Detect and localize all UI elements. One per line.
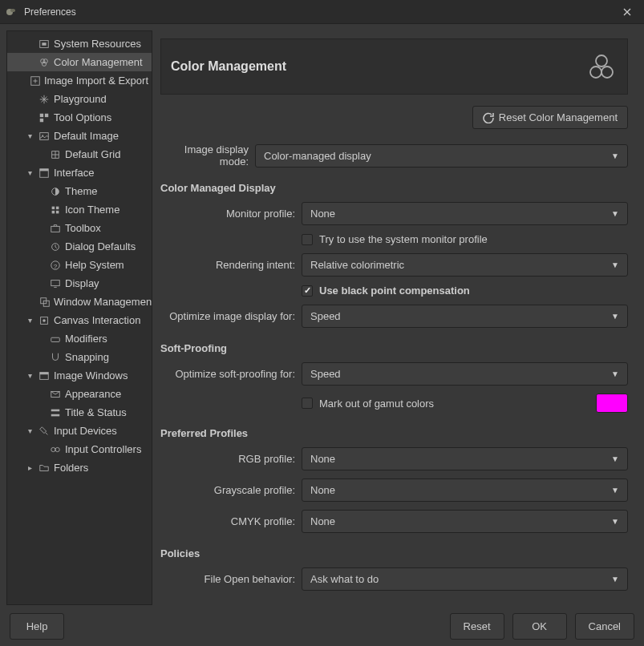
cmyk-profile-value: None [310,515,335,527]
section-heading-preferred-profiles: Preferred Profiles [160,427,628,439]
sidebar-item-label: Snapping [65,351,109,363]
sidebar-item-label: Image Import & Export [44,75,148,87]
sidebar-item-appearance[interactable]: Appearance [7,385,152,403]
svg-rect-21 [56,210,59,213]
mark-gamut-checkbox[interactable] [302,398,313,409]
color-management-header-icon [585,50,618,83]
image-display-mode-label: Image display mode: [160,143,255,168]
sidebar-item-label: System Resources [54,38,141,50]
cmyk-profile-label: CMYK profile: [168,515,302,527]
help-button[interactable]: Help [10,613,64,640]
sidebar-item-snapping[interactable]: Snapping [7,348,152,366]
page-title: Color Management [171,59,585,74]
expand-icon[interactable] [25,371,34,381]
black-point-compensation-label: Use black point compensation [319,285,470,297]
sidebar-item-label: Canvas Interaction [54,314,140,326]
sidebar-item-interface[interactable]: Interface [7,164,152,182]
expand-icon[interactable] [25,463,34,473]
expand-icon[interactable] [25,426,34,436]
monitor-profile-select[interactable]: None ▼ [302,202,628,225]
display-icon [49,277,62,290]
sidebar-item-theme[interactable]: Theme [7,182,152,200]
chevron-down-icon: ▼ [611,486,619,495]
preferences-tree[interactable]: System ResourcesColor ManagementImage Im… [6,30,152,605]
image-windows-icon [38,369,51,382]
refresh-icon [483,112,494,123]
icon-theme-icon [49,204,62,216]
svg-rect-13 [40,132,49,139]
svg-rect-20 [52,210,55,213]
sidebar-item-system-resources[interactable]: System Resources [7,34,152,53]
svg-rect-18 [52,206,55,209]
reset-color-management-button[interactable]: Reset Color Management [472,106,628,129]
try-system-monitor-checkbox[interactable] [302,234,313,245]
svg-rect-31 [51,337,60,341]
sidebar-item-color-management[interactable]: Color Management [7,53,152,71]
expand-icon[interactable] [25,168,34,178]
svg-rect-16 [40,168,49,171]
sidebar-item-help-system[interactable]: ?Help System [7,256,152,274]
sidebar-item-toolbox[interactable]: Toolbox [7,219,152,237]
svg-point-38 [55,447,59,451]
sidebar-item-input-controllers[interactable]: Input Controllers [7,440,152,458]
help-button-label: Help [26,620,48,632]
black-point-compensation-checkbox[interactable] [302,285,313,297]
cancel-button[interactable]: Cancel [575,613,634,640]
svg-rect-11 [45,113,48,116]
optimize-display-select[interactable]: Speed ▼ [302,305,628,328]
sidebar-item-label: Icon Theme [65,204,119,216]
sidebar-item-title-status[interactable]: Title & Status [7,403,152,422]
grayscale-profile-select[interactable]: None ▼ [302,478,628,502]
sidebar-item-label: Title & Status [65,406,127,418]
sidebar-item-playground[interactable]: Playground [7,90,152,108]
input-controllers-icon [49,443,62,456]
sidebar-item-window-management[interactable]: Window Management [7,293,152,311]
sidebar-item-modifiers[interactable]: Modifiers [7,329,152,348]
cancel-button-label: Cancel [589,620,621,632]
image-display-mode-select[interactable]: Color-managed display ▼ [255,144,628,168]
sidebar-item-canvas-interaction[interactable]: Canvas Interaction [7,311,152,329]
sidebar-item-icon-theme[interactable]: Icon Theme [7,200,152,219]
rgb-profile-select[interactable]: None ▼ [302,447,628,470]
chevron-down-icon: ▼ [611,151,619,160]
ok-button-label: OK [532,620,547,632]
reset-button[interactable]: Reset [450,613,504,640]
import-export-icon [30,75,41,87]
chevron-down-icon: ▼ [611,260,619,269]
sidebar-item-default-grid[interactable]: Default Grid [7,145,152,164]
ok-button[interactable]: OK [512,613,567,640]
expand-icon[interactable] [25,131,34,141]
cmyk-profile-select[interactable]: None ▼ [302,510,628,533]
sidebar-item-label: Dialog Defaults [65,240,136,252]
canvas-interaction-icon [38,314,51,327]
chevron-down-icon: ▼ [611,517,619,526]
main-split: System ResourcesColor ManagementImage Im… [6,30,638,605]
sidebar-item-image-import-export[interactable]: Image Import & Export [7,71,152,90]
svg-rect-35 [51,409,60,411]
rendering-intent-select[interactable]: Relative colorimetric ▼ [302,253,628,277]
optimize-display-label: Optimize image display for: [168,310,302,322]
sidebar-item-label: Playground [54,93,107,105]
section-heading-soft-proofing: Soft-Proofing [160,342,628,354]
svg-point-1 [10,9,15,12]
sidebar-item-label: Theme [65,185,97,197]
sidebar-item-image-windows[interactable]: Image Windows [7,366,152,385]
sidebar-item-label: Tool Options [54,111,111,123]
sidebar-item-input-devices[interactable]: Input Devices [7,422,152,440]
sidebar-item-display[interactable]: Display [7,274,152,293]
expand-icon[interactable] [25,316,34,325]
file-open-behavior-select[interactable]: Ask what to do ▼ [302,567,628,591]
sidebar-item-default-image[interactable]: Default Image [7,127,152,145]
svg-rect-22 [51,226,60,232]
gamut-color-swatch[interactable] [596,394,628,413]
sidebar-item-label: Appearance [65,388,121,400]
svg-point-30 [43,319,46,322]
sidebar-item-label: Input Controllers [65,443,141,455]
sidebar-item-dialog-defaults[interactable]: Dialog Defaults [7,237,152,256]
sidebar-item-folders[interactable]: Folders [7,458,152,477]
close-button[interactable] [615,1,639,23]
optimize-soft-select[interactable]: Speed ▼ [302,362,628,386]
sidebar-item-tool-options[interactable]: Tool Options [7,108,152,127]
interface-icon [38,167,51,180]
theme-icon [49,185,62,198]
